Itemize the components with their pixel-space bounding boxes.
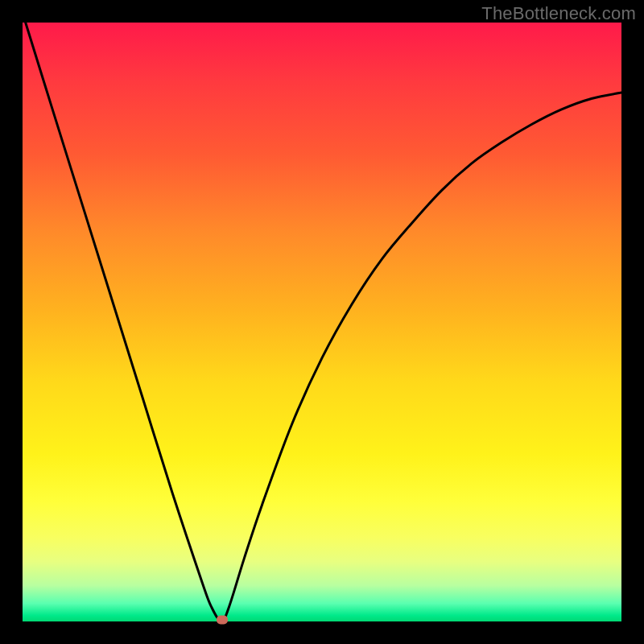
watermark-text: TheBottleneck.com [481,3,636,24]
minimum-marker [217,616,228,625]
chart-frame: TheBottleneck.com [0,0,644,644]
plot-area [23,23,621,621]
curve-svg [23,23,621,621]
bottleneck-curve [26,23,621,621]
